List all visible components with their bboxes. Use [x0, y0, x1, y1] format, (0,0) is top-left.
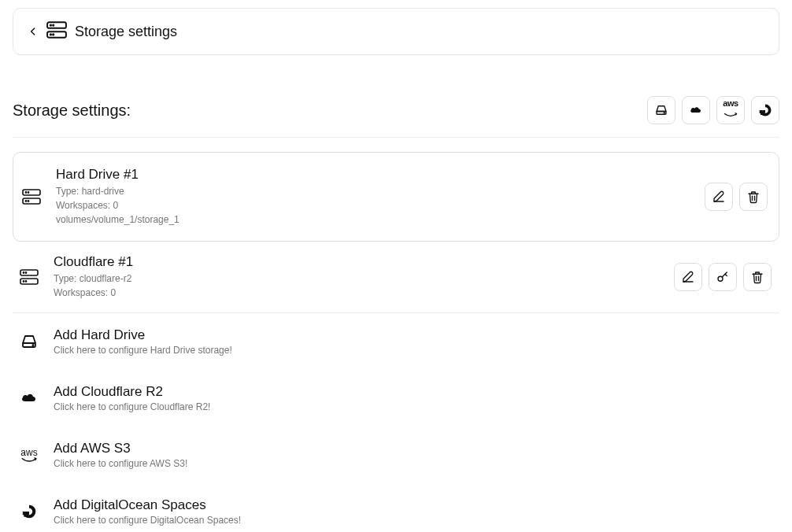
- add-cloudflare-row[interactable]: Add Cloudflare R2 Click here to configur…: [13, 370, 779, 427]
- svg-rect-10: [760, 112, 761, 113]
- storage-name: Hard Drive #1: [56, 167, 690, 183]
- svg-point-4: [50, 34, 51, 35]
- storage-type: Type: cloudflare-r2: [54, 272, 660, 286]
- svg-rect-8: [762, 110, 765, 113]
- add-title: Add DigitalOcean Spaces: [54, 497, 241, 513]
- add-aws-button[interactable]: aws: [716, 96, 745, 124]
- storage-actions: [705, 183, 768, 211]
- edit-button[interactable]: [674, 263, 702, 291]
- storage-type: Type: hard-drive: [56, 184, 690, 198]
- storage-workspaces: Workspaces: 0: [54, 286, 660, 300]
- svg-point-20: [25, 272, 26, 273]
- aws-icon: aws: [19, 448, 39, 463]
- page-header: Storage settings: [13, 8, 779, 55]
- svg-point-21: [23, 281, 24, 282]
- storage-path: volumes/volume_1/storage_1: [56, 212, 690, 227]
- section-header: Storage settings: aws: [13, 96, 779, 138]
- add-title: Add AWS S3: [54, 441, 187, 456]
- add-title: Add Hard Drive: [54, 327, 232, 343]
- svg-point-7: [664, 113, 664, 113]
- cloud-icon: [19, 390, 39, 406]
- add-hard-drive-row[interactable]: Add Hard Drive Click here to configure H…: [13, 313, 779, 370]
- svg-rect-9: [761, 113, 762, 115]
- add-desc: Click here to configure Cloudflare R2!: [54, 401, 210, 412]
- svg-rect-27: [24, 515, 25, 517]
- storage-info: Hard Drive #1 Type: hard-drive Workspace…: [56, 167, 690, 227]
- svg-point-3: [53, 24, 54, 25]
- svg-point-13: [25, 192, 26, 193]
- server-icon: [21, 189, 42, 205]
- svg-point-16: [28, 201, 28, 201]
- svg-point-2: [50, 24, 51, 25]
- add-digitalocean-button[interactable]: [751, 96, 779, 124]
- svg-point-14: [28, 192, 28, 193]
- svg-point-19: [23, 272, 24, 273]
- svg-point-15: [25, 201, 26, 201]
- add-digitalocean-row[interactable]: Add DigitalOcean Spaces Click here to co…: [13, 483, 779, 532]
- provider-buttons: aws: [647, 96, 779, 124]
- back-button[interactable]: [28, 24, 39, 39]
- storage-name: Cloudflare #1: [54, 254, 660, 270]
- storage-info: Cloudflare #1 Type: cloudflare-r2 Worksp…: [54, 254, 660, 300]
- credentials-button[interactable]: [709, 263, 737, 291]
- add-desc: Click here to configure DigitalOcean Spa…: [54, 515, 241, 526]
- add-aws-row[interactable]: aws Add AWS S3 Click here to configure A…: [13, 427, 779, 483]
- storage-row: Cloudflare #1 Type: cloudflare-r2 Worksp…: [13, 242, 779, 313]
- storage-actions: [674, 263, 772, 291]
- svg-point-5: [53, 34, 54, 35]
- svg-point-22: [25, 281, 26, 282]
- add-cloudflare-button[interactable]: [682, 96, 710, 124]
- add-info: Add Hard Drive Click here to configure H…: [54, 327, 232, 356]
- digitalocean-icon: [19, 504, 39, 519]
- delete-button[interactable]: [743, 263, 772, 291]
- add-info: Add Cloudflare R2 Click here to configur…: [54, 384, 210, 412]
- server-icon: [19, 269, 39, 285]
- storage-section: Storage settings: aws: [13, 96, 779, 532]
- add-desc: Click here to configure AWS S3!: [54, 458, 187, 469]
- add-desc: Click here to configure Hard Drive stora…: [54, 345, 232, 356]
- page-title: Storage settings: [75, 24, 177, 40]
- edit-button[interactable]: [705, 183, 733, 211]
- svg-rect-26: [26, 512, 29, 515]
- section-title: Storage settings:: [13, 102, 131, 120]
- delete-button[interactable]: [739, 183, 768, 211]
- add-info: Add AWS S3 Click here to configure AWS S…: [54, 441, 187, 469]
- server-icon: [46, 21, 67, 42]
- storage-row: Hard Drive #1 Type: hard-drive Workspace…: [13, 152, 779, 242]
- svg-rect-28: [23, 514, 24, 515]
- add-title: Add Cloudflare R2: [54, 384, 210, 400]
- add-hard-drive-button[interactable]: [647, 96, 675, 124]
- hard-drive-icon: [19, 334, 39, 349]
- svg-point-25: [32, 345, 33, 345]
- storage-workspaces: Workspaces: 0: [56, 198, 690, 212]
- add-info: Add DigitalOcean Spaces Click here to co…: [54, 497, 241, 526]
